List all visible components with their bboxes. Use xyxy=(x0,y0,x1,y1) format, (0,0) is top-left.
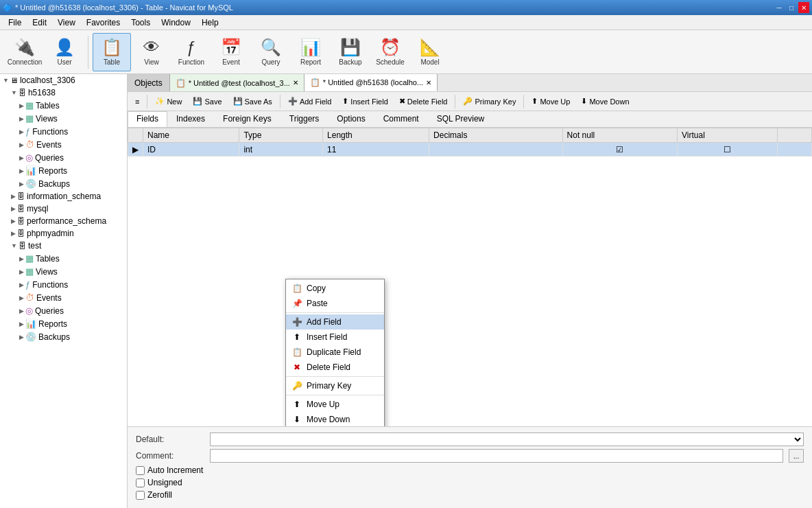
insert-field-button[interactable]: ⬆ Insert Field xyxy=(337,95,392,108)
ctx-add-field[interactable]: ➕ Add Field xyxy=(286,314,384,330)
default-label: Default: xyxy=(136,435,204,444)
toolbar-function[interactable]: ƒ Function xyxy=(172,33,211,71)
sidebar-item-backups-h51638[interactable]: ▶ 💿 Backups xyxy=(0,177,127,190)
tab-fields[interactable]: Fields xyxy=(128,111,167,127)
ctx-delete-field[interactable]: ✖ Delete Field xyxy=(286,360,384,375)
save-button[interactable]: 💾 Save xyxy=(188,95,226,108)
toolbar-schedule[interactable]: ⏰ Schedule xyxy=(371,33,409,71)
ctx-move-up[interactable]: ⬆ Move Up xyxy=(286,397,384,412)
primary-key-button[interactable]: 🔑 Primary Key xyxy=(458,95,521,108)
expand-arrow: ▶ xyxy=(19,154,24,161)
toolbar-user[interactable]: 👤 User xyxy=(45,33,84,71)
menu-window[interactable]: Window xyxy=(156,16,196,29)
toolbar-connection[interactable]: 🔌 Connection xyxy=(5,33,44,71)
field-name[interactable]: ID xyxy=(143,143,239,157)
toolbar-event[interactable]: 📅 Event xyxy=(212,33,250,71)
ctx-add-field-label: Add Field xyxy=(307,317,342,327)
sidebar-item-views-test[interactable]: ▶ ▦ Views xyxy=(0,265,127,278)
backup-label: Backup xyxy=(339,58,361,66)
add-field-button[interactable]: ➕ Add Field xyxy=(283,95,336,108)
default-select[interactable] xyxy=(210,432,804,446)
sidebar-item-events-test[interactable]: ▶ ⏱ Events xyxy=(0,291,127,304)
tab-foreign-keys[interactable]: Foreign Keys xyxy=(214,111,280,127)
unsigned-checkbox[interactable] xyxy=(136,478,145,487)
tab-close-icon[interactable]: ✕ xyxy=(293,79,298,86)
toolbar-report[interactable]: 📊 Report xyxy=(291,33,330,71)
ctx-copy[interactable]: 📋 Copy xyxy=(286,281,384,296)
tab-indexes[interactable]: Indexes xyxy=(167,111,214,127)
sidebar-item-tables-test[interactable]: ▶ ▦ Tables xyxy=(0,252,127,265)
sidebar-item-queries-test[interactable]: ▶ ◎ Queries xyxy=(0,304,127,317)
tab-triggers[interactable]: Triggers xyxy=(280,111,329,127)
sidebar-item-h51638[interactable]: ▼ 🗄 h51638 xyxy=(0,86,127,99)
new-button[interactable]: ✨ New xyxy=(150,95,187,108)
toolbar-table[interactable]: 📋 Table xyxy=(93,33,131,71)
menu-view[interactable]: View xyxy=(52,16,81,29)
menu-edit[interactable]: Edit xyxy=(27,16,52,29)
sidebar-item-phpmyadmin[interactable]: ▶ 🗄 phpmyadmin xyxy=(0,227,127,240)
move-down-button[interactable]: ⬇ Move Down xyxy=(576,95,634,108)
field-type[interactable]: int xyxy=(239,143,323,157)
expand-arrow: ▶ xyxy=(19,334,24,340)
user-label: User xyxy=(57,58,71,66)
menu-favorites[interactable]: Favorites xyxy=(81,16,126,29)
sidebar-item-functions-test[interactable]: ▶ ƒ Functions xyxy=(0,278,127,291)
move-up-button[interactable]: ⬆ Move Up xyxy=(527,95,575,108)
sidebar-item-reports-h51638[interactable]: ▶ 📊 Reports xyxy=(0,164,127,177)
reports-icon: 📊 xyxy=(25,319,36,329)
sidebar-item-infschema[interactable]: ▶ 🗄 information_schema xyxy=(0,190,127,203)
minimize-button[interactable]: ─ xyxy=(774,2,785,13)
comment-button[interactable]: ... xyxy=(789,449,804,463)
sidebar-item-reports-test[interactable]: ▶ 📊 Reports xyxy=(0,317,127,330)
maximize-button[interactable]: □ xyxy=(786,2,797,13)
tab-options[interactable]: Options xyxy=(328,111,374,127)
unsigned-row: Unsigned xyxy=(136,478,804,487)
sidebar-item-backups-test[interactable]: ▶ 💿 Backups xyxy=(0,330,127,343)
menu-help[interactable]: Help xyxy=(196,16,224,29)
ctx-primary-key[interactable]: 🔑 Primary Key xyxy=(286,378,384,393)
sidebar-item-tables-h51638[interactable]: ▶ ▦ Tables xyxy=(0,99,127,112)
sidebar-item-test[interactable]: ▼ 🗄 test xyxy=(0,240,127,252)
save-as-button[interactable]: 💾 Save As xyxy=(228,95,277,108)
menu-tools[interactable]: Tools xyxy=(126,16,156,29)
sidebar-item-localhost[interactable]: ▼ 🖥 localhost_3306 xyxy=(0,74,127,86)
toolbar-query[interactable]: 🔍 Query xyxy=(252,33,290,71)
close-button[interactable]: ✕ xyxy=(798,2,809,13)
field-virtual[interactable]: ☐ xyxy=(678,143,778,157)
ctx-duplicate-field[interactable]: 📋 Duplicate Field xyxy=(286,345,384,360)
tab-untitled-test[interactable]: 📋 * Untitled @test (localhost_3... ✕ xyxy=(170,74,304,91)
ctx-move-down[interactable]: ⬇ Move Down xyxy=(286,412,384,426)
tab-untitled-h51638[interactable]: 📋 * Untitled @h51638 (localho... ✕ xyxy=(304,74,438,91)
sidebar-item-queries-h51638[interactable]: ▶ ◎ Queries xyxy=(0,151,127,164)
zerofill-checkbox[interactable] xyxy=(136,491,145,500)
toolbar-backup[interactable]: 💾 Backup xyxy=(331,33,370,71)
menu-toggle-button[interactable]: ≡ xyxy=(130,95,144,108)
tab-close-icon[interactable]: ✕ xyxy=(426,79,431,86)
tab-sql-preview[interactable]: SQL Preview xyxy=(428,111,494,127)
menu-file[interactable]: File xyxy=(3,16,27,29)
sidebar-item-events-h51638[interactable]: ▶ ⏱ Events xyxy=(0,138,127,151)
sidebar-views-label: Views xyxy=(36,114,58,124)
tab-objects[interactable]: Objects xyxy=(128,74,170,91)
model-icon: 📐 xyxy=(420,38,440,57)
auto-increment-checkbox[interactable] xyxy=(136,466,145,475)
expand-arrow: ▶ xyxy=(19,281,24,288)
table-row[interactable]: ▶ ID int 11 ☑ ☐ xyxy=(128,143,812,157)
delete-field-button[interactable]: ✖ Delete Field xyxy=(394,95,453,108)
ctx-paste[interactable]: 📌 Paste xyxy=(286,296,384,311)
sidebar-item-mysql[interactable]: ▶ 🗄 mysql xyxy=(0,203,127,215)
toolbar-model[interactable]: 📐 Model xyxy=(411,33,449,71)
ctx-move-up-label: Move Up xyxy=(307,400,339,409)
sidebar-item-perfschema[interactable]: ▶ 🗄 performance_schema xyxy=(0,215,127,227)
field-notnull[interactable]: ☑ xyxy=(562,143,677,157)
sidebar-item-views-h51638[interactable]: ▶ ▦ Views xyxy=(0,112,127,125)
tab-comment[interactable]: Comment xyxy=(374,111,428,127)
field-length[interactable]: 11 xyxy=(323,143,429,157)
toolbar-view[interactable]: 👁 View xyxy=(132,33,171,71)
ctx-insert-field[interactable]: ⬆ Insert Field xyxy=(286,330,384,345)
database-icon: 🗄 xyxy=(19,89,26,97)
comment-input[interactable] xyxy=(210,449,783,463)
zerofill-row: Zerofill xyxy=(136,490,804,500)
sidebar-item-functions-h51638[interactable]: ▶ ƒ Functions xyxy=(0,125,127,138)
field-decimals[interactable] xyxy=(429,143,562,157)
